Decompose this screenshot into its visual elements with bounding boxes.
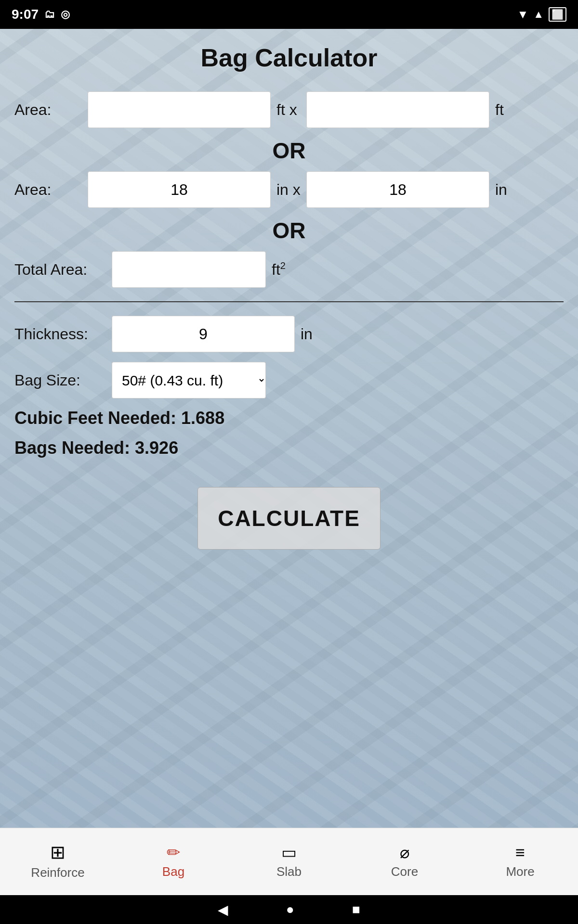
bag-size-row: Bag Size: 50# (0.43 cu. ft) 60# (0.50 cu… (14, 362, 564, 398)
cubic-feet-result: Cubic Feet Needed: 1.688 (14, 408, 564, 428)
status-right: ▼ ▲ ⬜ (517, 7, 566, 22)
bag-icon: ✏ (167, 844, 180, 860)
nav-item-core[interactable]: ⌀ Core (347, 828, 462, 895)
nav-item-reinforce[interactable]: ⊞ Reinforce (0, 828, 116, 895)
nav-item-more[interactable]: ≡ More (462, 828, 578, 895)
thickness-unit: in (301, 325, 325, 343)
main-content: Bag Calculator Area: ft x ft OR Area: in… (0, 29, 578, 857)
bags-needed-result: Bags Needed: 3.926 (14, 438, 564, 458)
nav-label-more: More (506, 864, 534, 879)
home-button[interactable]: ● (286, 902, 294, 917)
nav-label-slab: Slab (276, 864, 302, 879)
reinforce-icon: ⊞ (50, 843, 66, 861)
or-divider-1: OR (14, 138, 564, 164)
time-display: 9:07 (12, 7, 39, 22)
signal-icon: ▲ (533, 8, 544, 21)
area-in-unit2: in (495, 181, 519, 199)
total-area-input[interactable] (112, 251, 266, 288)
nav-label-core: Core (391, 864, 418, 879)
bag-size-select[interactable]: 50# (0.43 cu. ft) 60# (0.50 cu. ft) 80# … (112, 362, 266, 398)
recents-button[interactable]: ■ (352, 902, 360, 917)
core-icon: ⌀ (400, 844, 409, 860)
thickness-input[interactable] (112, 316, 295, 352)
bag-size-label: Bag Size: (14, 372, 106, 389)
bottom-nav: ⊞ Reinforce ✏ Bag ▭ Slab ⌀ Core ≡ More (0, 828, 578, 895)
status-bar: 9:07 🗂 ◎ ▼ ▲ ⬜ (0, 0, 578, 29)
page-title: Bag Calculator (14, 43, 564, 72)
or-divider-2: OR (14, 218, 564, 244)
more-icon: ≡ (515, 844, 525, 860)
nav-item-slab[interactable]: ▭ Slab (231, 828, 347, 895)
nav-item-bag[interactable]: ✏ Bag (116, 828, 231, 895)
area-ft-label: Area: (14, 101, 82, 119)
battery-icon: ⬜ (549, 7, 566, 22)
area-ft-unit2: ft (495, 101, 519, 119)
wifi-icon: ▼ (517, 8, 528, 21)
area-ft-input1[interactable] (88, 91, 271, 128)
area-ft-input2[interactable] (306, 91, 489, 128)
area-in-unit1: in x (276, 181, 301, 199)
area-ft-unit1: ft x (276, 101, 301, 119)
system-bar: ◀ ● ■ (0, 895, 578, 924)
thickness-row: Thickness: in (14, 316, 564, 352)
back-button[interactable]: ◀ (218, 902, 228, 918)
area-in-label: Area: (14, 181, 82, 199)
area-ft-row: Area: ft x ft (14, 91, 564, 128)
section-divider (14, 301, 564, 302)
slab-icon: ▭ (281, 844, 297, 860)
status-left: 9:07 🗂 ◎ (12, 7, 70, 22)
thickness-label: Thickness: (14, 325, 106, 343)
custom-icon: ◎ (61, 8, 70, 21)
calculate-button[interactable]: CALCULATE (197, 487, 381, 550)
area-in-input1[interactable] (88, 171, 271, 208)
nav-label-reinforce: Reinforce (31, 865, 84, 880)
total-area-row: Total Area: ft2 (14, 251, 564, 288)
sim-icon: 🗂 (44, 8, 55, 21)
total-area-unit: ft2 (272, 260, 296, 279)
area-in-input2[interactable] (306, 171, 489, 208)
total-area-label: Total Area: (14, 261, 106, 279)
nav-label-bag: Bag (162, 864, 184, 879)
area-in-row: Area: in x in (14, 171, 564, 208)
